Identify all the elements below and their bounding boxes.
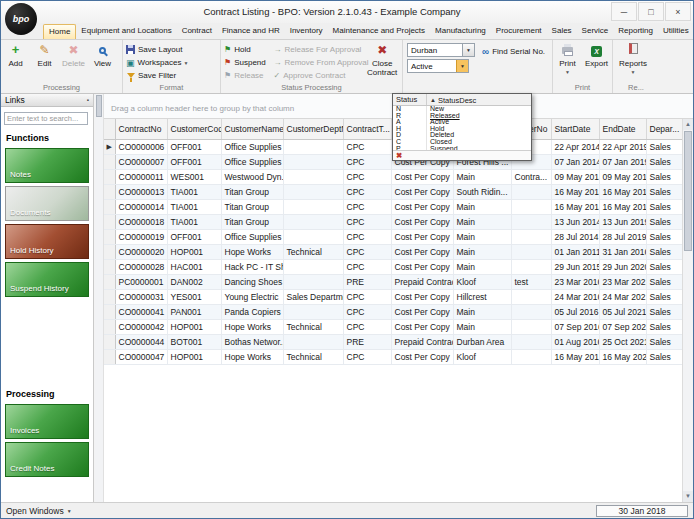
grid-cell[interactable]: Main: [453, 244, 511, 259]
grid-cell[interactable]: PRE: [343, 334, 391, 349]
grid-cell[interactable]: [283, 139, 343, 154]
grid-cell[interactable]: Cost Per Copy: [391, 319, 453, 334]
grid-cell[interactable]: [511, 304, 551, 319]
grid-cell[interactable]: CO0000020: [115, 244, 167, 259]
column-header-contractt[interactable]: ContractT...: [343, 119, 391, 139]
sidebar-link-documents[interactable]: Documents: [5, 186, 89, 221]
status-option-hold[interactable]: HHold: [393, 126, 531, 133]
grid-cell[interactable]: Technical: [283, 244, 343, 259]
grid-cell[interactable]: [283, 229, 343, 244]
sidebar-link-invoices[interactable]: Invoices: [5, 404, 89, 439]
grid-cell[interactable]: 09 May 2014: [551, 169, 599, 184]
sidebar-link-suspend-history[interactable]: Suspend History: [5, 262, 89, 297]
delete-button[interactable]: ✖ Delete: [59, 41, 88, 83]
grid-cell[interactable]: Sales: [646, 154, 682, 169]
grid-cell[interactable]: CO0000042: [115, 319, 167, 334]
grid-cell[interactable]: Main: [453, 229, 511, 244]
tab-home[interactable]: Home: [43, 24, 76, 39]
grid-row[interactable]: CO0000031YES001Young ElectricSales Depar…: [104, 289, 682, 304]
grid-cell[interactable]: [283, 214, 343, 229]
grid-cell[interactable]: Hope Works: [221, 244, 283, 259]
grid-cell[interactable]: 28 Jul 2019: [599, 229, 646, 244]
status-option-closed[interactable]: CClosed: [393, 139, 531, 146]
grid-scrollbar-thumb[interactable]: [684, 131, 692, 251]
reports-button[interactable]: Reports ▼: [613, 41, 653, 83]
grid-cell[interactable]: [283, 304, 343, 319]
grid-cell[interactable]: CPC: [343, 199, 391, 214]
grid-cell[interactable]: CO0000006: [115, 139, 167, 154]
grid-cell[interactable]: 16 May 2014: [551, 199, 599, 214]
grid-cell[interactable]: TIA001: [167, 184, 221, 199]
tab-service[interactable]: Service: [577, 23, 614, 39]
grid-cell[interactable]: 16 May 2017: [551, 349, 599, 364]
search-input[interactable]: [4, 112, 88, 125]
grid-cell[interactable]: Office Supplies ...: [221, 229, 283, 244]
grid-cell[interactable]: Technical: [283, 349, 343, 364]
grid-cell[interactable]: [511, 229, 551, 244]
grid-cell[interactable]: [283, 274, 343, 289]
grid-cell[interactable]: 16 May 2019: [599, 199, 646, 214]
grid-cell[interactable]: HAC001: [167, 259, 221, 274]
grid-cell[interactable]: Cost Per Copy: [391, 214, 453, 229]
grid-row[interactable]: CO0000047HOP001Hope WorksTechnicalCPCCos…: [104, 349, 682, 364]
grid-cell[interactable]: Sales: [646, 169, 682, 184]
grid-cell[interactable]: YES001: [167, 289, 221, 304]
grid-cell[interactable]: CPC: [343, 169, 391, 184]
grid-cell[interactable]: CO0000014: [115, 199, 167, 214]
tab-sales[interactable]: Sales: [547, 23, 577, 39]
tab-manufacturing[interactable]: Manufacturing: [430, 23, 491, 39]
grid-cell[interactable]: CO0000047: [115, 349, 167, 364]
grid-row[interactable]: CO0000014TIA001Titan GroupCPCCost Per Co…: [104, 199, 682, 214]
grid-cell[interactable]: [511, 319, 551, 334]
grid-cell[interactable]: TIA001: [167, 199, 221, 214]
grid-cell[interactable]: 16 May 2019: [599, 184, 646, 199]
grid-cell[interactable]: DAN002: [167, 274, 221, 289]
tab-contract[interactable]: Contract: [177, 23, 217, 39]
grid-cell[interactable]: Sales: [646, 199, 682, 214]
grid-cell[interactable]: Sales: [646, 214, 682, 229]
site-combo[interactable]: Durban ▼: [407, 43, 475, 57]
grid-cell[interactable]: Sales: [646, 229, 682, 244]
status-option-active[interactable]: AActive: [393, 119, 531, 126]
grid-cell[interactable]: PRE: [343, 274, 391, 289]
grid-cell[interactable]: CO0000018: [115, 214, 167, 229]
grid-cell[interactable]: Titan Group: [221, 199, 283, 214]
grid-cell[interactable]: CPC: [343, 289, 391, 304]
app-logo[interactable]: bpo: [5, 3, 37, 35]
view-button[interactable]: View: [88, 41, 117, 83]
grid-cell[interactable]: CPC: [343, 304, 391, 319]
grid-cell[interactable]: CPC: [343, 184, 391, 199]
grid-cell[interactable]: Cost Per Copy: [391, 229, 453, 244]
grid-cell[interactable]: 13 Jun 2019: [599, 214, 646, 229]
grid-cell[interactable]: Sales: [646, 304, 682, 319]
grid-row[interactable]: CO0000018TIA001Titan GroupCPCCost Per Co…: [104, 214, 682, 229]
grid-cell[interactable]: [511, 334, 551, 349]
release-for-approval-button[interactable]: → Release For Approval: [270, 43, 362, 56]
grid-cell[interactable]: CO0000007: [115, 154, 167, 169]
grid-cell[interactable]: HOP001: [167, 349, 221, 364]
close-contract-button[interactable]: ✖ Close Contract: [362, 41, 402, 83]
grid-cell[interactable]: 13 Jun 2014: [551, 214, 599, 229]
statusdesc-column-header[interactable]: ▲ StatusDesc: [427, 94, 531, 105]
tab-reporting[interactable]: Reporting: [613, 23, 658, 39]
grid-cell[interactable]: [283, 184, 343, 199]
grid-cell[interactable]: Cost Per Copy: [391, 169, 453, 184]
export-button[interactable]: X Export: [582, 41, 611, 83]
grid-cell[interactable]: [283, 259, 343, 274]
hold-button[interactable]: ⚑ Hold: [221, 43, 270, 56]
grid-cell[interactable]: TIA001: [167, 214, 221, 229]
column-header-depar[interactable]: Depar...: [646, 119, 682, 139]
grid-row[interactable]: PC0000001DAN002Dancing ShoesPREPrepaid C…: [104, 274, 682, 289]
column-header-customerdeptname[interactable]: CustomerDeptName: [283, 119, 343, 139]
current-date-field[interactable]: 30 Jan 2018: [596, 505, 688, 517]
grid-scrollbar[interactable]: ▲ ▼: [682, 119, 693, 502]
grid-cell[interactable]: test: [511, 274, 551, 289]
grid-cell[interactable]: Main: [453, 259, 511, 274]
grid-cell[interactable]: OFF001: [167, 229, 221, 244]
grid-cell[interactable]: CO0000031: [115, 289, 167, 304]
grid-cell[interactable]: BOT001: [167, 334, 221, 349]
column-header-customercode[interactable]: CustomerCode: [167, 119, 221, 139]
grid-cell[interactable]: CO0000044: [115, 334, 167, 349]
grid-row[interactable]: CO0000042HOP001Hope WorksTechnicalCPCCos…: [104, 319, 682, 334]
grid-cell[interactable]: Sales: [646, 139, 682, 154]
